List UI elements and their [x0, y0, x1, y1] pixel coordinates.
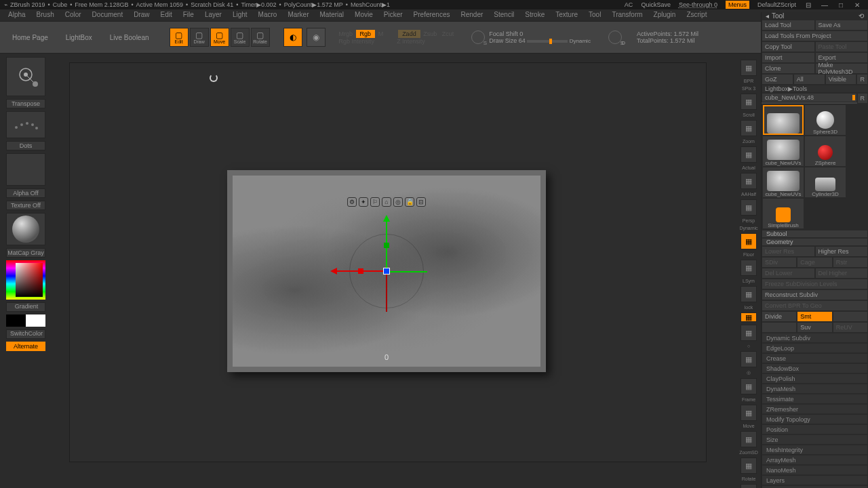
section-edgeloop[interactable]: EdgeLoop	[762, 343, 868, 353]
gizmo-3d-button[interactable]: ◉	[307, 28, 326, 47]
tool-item-simplebrush[interactable]: SimpleBrush	[763, 199, 804, 228]
move-mode-button[interactable]: ▢Move	[210, 28, 229, 47]
switch-color[interactable]: SwitchColor	[6, 329, 45, 339]
gradient-swatches[interactable]	[6, 314, 45, 327]
rshelf-[interactable]: ▦	[741, 351, 757, 367]
tool-item-cylinder3d[interactable]: Cylinder3D	[805, 167, 846, 197]
gizmo-center[interactable]	[383, 268, 390, 274]
section-modify-topology[interactable]: Modify Topology	[762, 414, 868, 424]
sculptris-button[interactable]: ◐	[283, 28, 302, 47]
section-claypolish[interactable]: ClayPolish	[762, 373, 868, 384]
tool-breadcrumb[interactable]: Lightbox▶Tools	[762, 85, 868, 93]
menu-document[interactable]: Document	[87, 11, 129, 18]
tool-item-cube_newuvs[interactable]: cube_NewUVs	[763, 136, 804, 166]
section-dynamesh[interactable]: DynaMesh	[762, 384, 868, 394]
menu-draw[interactable]: Draw	[128, 11, 155, 18]
geom-convert-bpr-to-geo[interactable]: Convert BPR To Geo	[762, 300, 868, 311]
geom-lower-res[interactable]: Lower Res	[762, 246, 815, 257]
alternate-button[interactable]: Alternate	[6, 342, 45, 351]
tool-btn-load-tool[interactable]: Load Tool	[762, 20, 815, 30]
draw-mode-button[interactable]: ▢Draw	[190, 28, 209, 47]
y-scale-handle[interactable]	[384, 243, 389, 248]
rshelf-lock[interactable]: ▦	[741, 286, 757, 302]
menu-zscript[interactable]: Zscript	[681, 11, 712, 18]
section-zremesher[interactable]: ZRemesher	[762, 404, 868, 414]
material-slot[interactable]	[6, 213, 45, 245]
seethrough-slider[interactable]: See-through 0	[679, 1, 717, 8]
tool-btn-copy-tool[interactable]: Copy Tool	[762, 41, 815, 52]
close-icon[interactable]: ✕	[853, 1, 861, 9]
dynamic-brush-icon[interactable]: D	[608, 30, 622, 44]
geom-del-lower[interactable]: Del Lower	[762, 268, 815, 279]
rshelf-aahalf[interactable]: ▦	[741, 173, 757, 189]
default-zscript[interactable]: DefaultZScript	[757, 1, 796, 8]
section-meshintegrity[interactable]: MeshIntegrity	[762, 445, 868, 455]
rshelf-xpz[interactable]: ▦	[741, 312, 757, 322]
menus-button[interactable]: Menus	[726, 1, 749, 9]
rshelf-move[interactable]: ▦	[741, 405, 757, 421]
geom-del-higher[interactable]: Del Higher	[815, 268, 869, 279]
rshelf-persp[interactable]: ▦	[741, 199, 757, 216]
menu-edit[interactable]: Edit	[155, 11, 178, 18]
rshelf-linefill[interactable]: ▦	[741, 484, 757, 488]
menu-transform[interactable]: Transform	[606, 11, 648, 18]
z-axis[interactable]	[387, 271, 427, 272]
section-subtool[interactable]: Subtool	[762, 230, 868, 238]
rotate-mode-button[interactable]: ▢Rotate	[251, 28, 270, 47]
section-size[interactable]: Size	[762, 434, 868, 445]
stroke-dots[interactable]	[6, 111, 45, 138]
menu-alpha[interactable]: Alpha	[3, 11, 31, 18]
section-position[interactable]: Position	[762, 424, 868, 434]
geom-higher-res[interactable]: Higher Res	[815, 246, 869, 257]
tool-btn-import[interactable]: Import	[762, 52, 815, 63]
maximize-icon[interactable]: □	[837, 1, 845, 9]
tool-btn-load-tools-from-project[interactable]: Load Tools From Project	[762, 30, 868, 41]
geom-blank[interactable]	[833, 311, 868, 322]
section-crease[interactable]: Crease	[762, 353, 868, 363]
menu-stroke[interactable]: Stroke	[519, 11, 550, 18]
menu-brush[interactable]: Brush	[31, 11, 60, 18]
canvas-document[interactable]: ⚙✦⚐⌂◎🔒⊟ 0	[227, 170, 546, 372]
zadd-button[interactable]: Zadd	[398, 30, 420, 38]
section-dynamic-subdiv[interactable]: Dynamic Subdiv	[762, 333, 868, 343]
pin-icon[interactable]: ⊟	[804, 1, 812, 9]
transpose-icon[interactable]	[6, 57, 45, 96]
tool-r-button[interactable]: R	[857, 93, 869, 104]
rshelf-rotate[interactable]: ▦	[741, 458, 757, 474]
section-fibermesh[interactable]: FiberMesh	[762, 485, 868, 488]
section-nanomesh[interactable]: NanoMesh	[762, 465, 868, 475]
minimize-icon[interactable]: —	[821, 1, 829, 9]
rshelf-floor[interactable]: ▦	[741, 233, 757, 249]
quicksave-button[interactable]: QuickSave	[641, 1, 671, 8]
lightbox-button[interactable]: LightBox	[59, 30, 99, 45]
gizmo-toolbar[interactable]: ⚙✦⚐⌂◎🔒⊟	[347, 197, 426, 207]
menu-marker[interactable]: Marker	[282, 11, 314, 18]
rshelf-frame[interactable]: ▦	[741, 378, 757, 394]
tool-btn-r[interactable]: R	[856, 74, 868, 85]
menu-preferences[interactable]: Preferences	[408, 11, 456, 18]
geom-rstr[interactable]: Rstr	[833, 257, 868, 268]
menu-light[interactable]: Light	[227, 11, 253, 18]
rshelf-lsym[interactable]: ▦	[741, 260, 757, 276]
x-scale-handle[interactable]	[358, 268, 363, 274]
menu-file[interactable]: File	[178, 11, 199, 18]
section-arraymesh[interactable]: ArrayMesh	[762, 455, 868, 465]
tool-item-cube_newuvs[interactable]: cube_NewUVs	[763, 167, 804, 197]
tool-slider[interactable]: cube_NewUVs.48	[762, 93, 857, 102]
rshelf-zoomsd[interactable]: ▦	[741, 431, 757, 447]
menu-material[interactable]: Material	[315, 11, 350, 18]
geom-sdiv[interactable]: SDiv	[762, 257, 797, 268]
rshelf-bpr[interactable]: ▦	[741, 60, 757, 76]
tool-item-zsphere[interactable]: ZSphere	[805, 136, 846, 166]
menu-texture[interactable]: Texture	[550, 11, 583, 18]
live-boolean-button[interactable]: Live Boolean	[103, 30, 156, 45]
section-shadowbox[interactable]: ShadowBox	[762, 363, 868, 373]
alpha-slot[interactable]	[6, 153, 45, 186]
draw-size-slider[interactable]	[527, 40, 568, 43]
section-tessimate[interactable]: Tessimate	[762, 394, 868, 404]
color-picker[interactable]	[6, 260, 45, 300]
menu-movie[interactable]: Movie	[349, 11, 378, 18]
tool-btn-all[interactable]: All	[793, 74, 825, 85]
menu-stencil[interactable]: Stencil	[488, 11, 519, 18]
tool-item-current[interactable]	[763, 105, 804, 135]
